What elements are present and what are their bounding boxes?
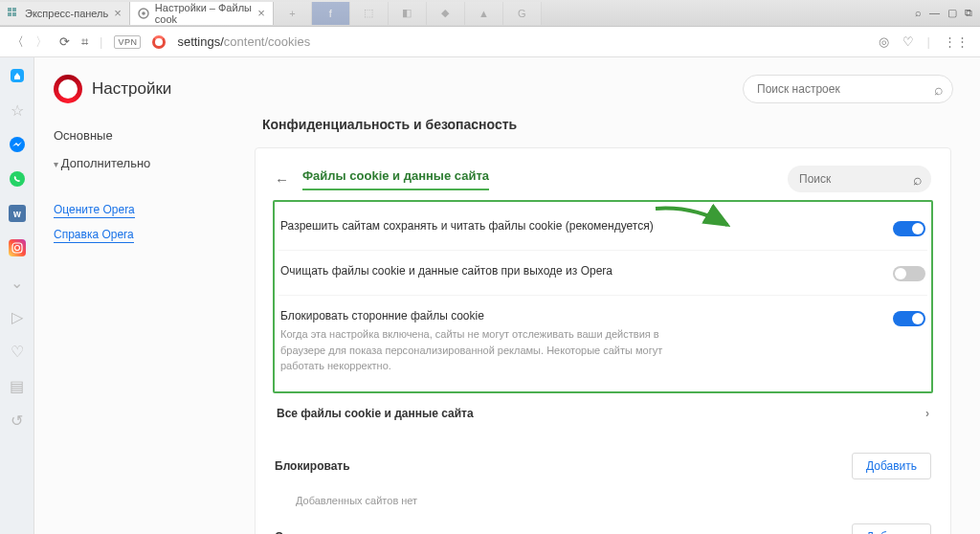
whatsapp-icon[interactable] — [9, 170, 26, 188]
tab-label: Настройки – Файлы cook — [155, 2, 252, 25]
tab-bg[interactable]: ⬚ — [350, 2, 389, 25]
messenger-icon[interactable] — [9, 136, 26, 153]
history-icon[interactable]: ↺ — [9, 412, 26, 429]
add-clearexit-button[interactable]: Добавить — [852, 523, 931, 535]
option-block-third-party: Блокировать сторонние файлы cookie — [280, 309, 880, 323]
sidebar-item-advanced[interactable]: Дополнительно — [54, 156, 226, 170]
card-search: ⌕ — [788, 166, 931, 192]
send-icon[interactable]: ▷ — [9, 308, 26, 325]
toggle-clear-on-exit[interactable] — [893, 266, 925, 281]
sidebar-link-help[interactable]: Справка Opera — [54, 228, 134, 243]
side-rail: ☆ w ⌄ ▷ ♡ ▤ ↺ — [0, 57, 34, 534]
grid-icon[interactable]: ⌗ — [81, 34, 88, 50]
tab-bg[interactable]: ◆ — [427, 2, 465, 25]
home-icon[interactable] — [9, 67, 26, 84]
svg-rect-0 — [8, 8, 11, 11]
tab-bg[interactable]: ◧ — [389, 2, 427, 25]
news-icon[interactable]: ▤ — [9, 377, 26, 394]
tab-speed-dial[interactable]: Экспресс-панель × — [0, 2, 130, 25]
opera-logo-icon — [54, 75, 82, 103]
settings-sidebar: Основные Дополнительно Оцените Opera Спр… — [34, 113, 245, 534]
svg-rect-1 — [12, 8, 16, 11]
highlighted-toggles: Разрешить сайтам сохранять и читать файл… — [273, 200, 933, 393]
plus-icon: + — [289, 8, 295, 19]
instagram-icon[interactable] — [9, 239, 26, 256]
close-icon[interactable]: × — [257, 6, 265, 20]
chevron-right-icon: › — [925, 407, 929, 420]
svg-rect-3 — [12, 12, 16, 16]
heart-icon[interactable]: ♡ — [902, 34, 914, 49]
card-search-input[interactable] — [788, 166, 931, 192]
search-icon: ⌕ — [934, 81, 944, 99]
all-cookies-label: Все файлы cookie и данные сайта — [277, 407, 474, 420]
tab-bg[interactable]: f — [312, 2, 350, 25]
speed-dial-icon — [8, 8, 19, 19]
star-icon[interactable]: ☆ — [9, 101, 26, 119]
toggle-allow-cookies[interactable] — [893, 221, 925, 236]
tab-new[interactable]: + — [274, 2, 312, 25]
svg-point-8 — [10, 171, 25, 187]
tab-bar: Экспресс-панель × Настройки – Файлы cook… — [0, 0, 980, 27]
camera-icon[interactable]: ◎ — [879, 34, 889, 49]
option-block-desc: Когда эта настройка включена, сайты не м… — [280, 326, 682, 374]
settings-search-input[interactable] — [743, 75, 953, 103]
add-blocked-button[interactable]: Добавить — [852, 453, 931, 479]
reload-icon[interactable]: ⟳ — [59, 34, 70, 49]
heart-rail-icon[interactable]: ♡ — [9, 343, 26, 360]
card-title: Файлы cookie и данные сайта — [302, 168, 489, 190]
url-field[interactable]: settings/content/cookies — [177, 34, 866, 49]
toggle-block-third-party[interactable] — [893, 311, 925, 326]
page-title: Настройки — [92, 79, 171, 99]
tab-label: Экспресс-панель — [25, 8, 108, 19]
option-clear-on-exit: Очищать файлы cookie и данные сайтов при… — [280, 264, 880, 278]
settings-search: ⌕ — [743, 75, 953, 103]
svg-rect-2 — [8, 12, 11, 16]
tab-bg[interactable]: G — [503, 2, 542, 25]
opera-icon — [152, 35, 166, 49]
group-blocked-title: Блокировать — [275, 459, 350, 473]
svg-text:w: w — [12, 209, 21, 219]
gear-icon — [138, 8, 149, 19]
minimize-icon[interactable]: — — [929, 7, 940, 19]
back-icon[interactable]: 〈 — [11, 33, 24, 51]
chevron-down-icon[interactable]: ⌄ — [9, 274, 26, 291]
back-icon[interactable]: ← — [275, 171, 289, 188]
content-area: Настройки ⌕ Основные Дополнительно Оцени… — [34, 57, 980, 534]
vk-icon[interactable]: w — [9, 205, 26, 222]
maximize-icon[interactable]: ▢ — [947, 7, 957, 19]
search-icon: ⌕ — [913, 171, 923, 189]
close-window-icon[interactable]: ⧉ — [965, 7, 972, 19]
sidebar-item-basic[interactable]: Основные — [54, 128, 226, 143]
tab-settings[interactable]: Настройки – Файлы cook × — [130, 2, 274, 25]
menu-icon[interactable]: ⋮⋮ — [944, 34, 969, 49]
main-panel: Конфиденциальность и безопасность ← Файл… — [245, 113, 980, 534]
window-controls: ⌕ — ▢ ⧉ — [915, 7, 980, 19]
address-bar: 〈 〉 ⟳ ⌗ | VPN settings/content/cookies ◎… — [0, 27, 980, 57]
forward-icon[interactable]: 〉 — [35, 33, 48, 51]
sidebar-link-rate[interactable]: Оцените Opera — [54, 203, 135, 218]
group-clearexit-title: Очистить при выходе — [275, 530, 400, 535]
tab-bg[interactable]: ▲ — [465, 2, 503, 25]
option-allow-cookies: Разрешить сайтам сохранять и читать файл… — [280, 219, 880, 233]
blocked-empty: Добавленных сайтов нет — [296, 495, 931, 506]
all-cookies-row[interactable]: Все файлы cookie и данные сайта › — [275, 391, 931, 435]
search-icon[interactable]: ⌕ — [915, 7, 922, 19]
svg-point-5 — [142, 11, 145, 15]
settings-card: ← Файлы cookie и данные сайта ⌕ Разрешит… — [255, 147, 951, 534]
close-icon[interactable]: × — [114, 6, 122, 20]
svg-rect-11 — [9, 239, 26, 256]
vpn-badge[interactable]: VPN — [114, 35, 141, 49]
section-title: Конфиденциальность и безопасность — [262, 117, 951, 132]
